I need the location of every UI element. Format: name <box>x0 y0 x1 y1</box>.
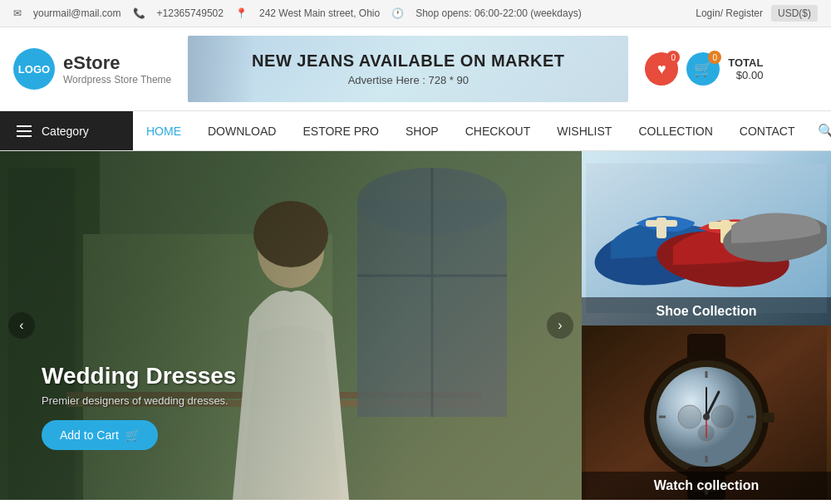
email-text: yourmail@mail.com <box>33 7 121 19</box>
svg-point-35 <box>703 413 710 420</box>
nav-shop[interactable]: SHOP <box>392 113 452 149</box>
nav-collection[interactable]: COLLECTION <box>625 113 725 149</box>
hours-text: Shop opens: 06:00-22:00 (weekdays) <box>416 7 581 19</box>
banner-figure <box>188 36 254 102</box>
slider: Wedding Dresses Premier designers of wed… <box>0 151 582 500</box>
store-subtitle: Wordpress Store Theme <box>63 74 171 86</box>
shoe-collection-panel[interactable]: Shoe Collection <box>582 151 831 325</box>
next-icon: › <box>558 318 562 333</box>
search-icon[interactable]: 🔍 <box>808 111 831 150</box>
svg-rect-15 <box>646 220 677 227</box>
phone-icon: 📞 <box>133 7 145 19</box>
phone-text: +12365749502 <box>157 7 224 19</box>
shoe-illustration <box>586 164 827 313</box>
email-icon: ✉ <box>13 7 22 19</box>
cart-badge: 0 <box>708 51 721 64</box>
total-area: TOTAL $0.00 <box>728 56 763 81</box>
banner[interactable]: NEW JEANS AVAILABLE ON MARKET Advertise … <box>188 36 628 102</box>
slide-content: Wedding Dresses Premier designers of wed… <box>42 363 236 450</box>
header-actions: ♥ 0 🛒 0 TOTAL $0.00 <box>645 52 763 86</box>
shoe-collection-label: Shoe Collection <box>582 297 831 325</box>
nav-download[interactable]: DOWNLOAD <box>194 113 289 149</box>
slide-title: Wedding Dresses <box>42 363 236 389</box>
top-bar: ✉ yourmail@mail.com 📞 +12365749502 📍 242… <box>0 0 831 27</box>
currency-selector[interactable]: USD($) <box>771 5 818 22</box>
nav-home[interactable]: HOME <box>133 113 194 149</box>
watch-collection-label: Watch collection <box>582 472 831 500</box>
slide-cta-label: Add to Cart <box>60 428 119 442</box>
add-to-cart-button[interactable]: Add to Cart 🛒 <box>42 420 158 450</box>
banner-sub-text: Advertise Here : 728 * 90 <box>348 74 469 86</box>
svg-rect-36 <box>763 413 774 423</box>
nav-util-icons: 🔍 👤 <box>808 111 831 150</box>
prev-icon: ‹ <box>19 318 23 333</box>
slide-description: Premier designers of wedding dresses. <box>42 394 236 407</box>
store-info: eStore Wordpress Store Theme <box>63 52 171 86</box>
address-text: 242 West Main street, Ohio <box>259 7 380 19</box>
store-name: eStore <box>63 52 171 74</box>
main-content: Wedding Dresses Premier designers of wed… <box>0 151 831 500</box>
svg-point-26 <box>711 405 735 428</box>
banner-main-text: NEW JEANS AVAILABLE ON MARKET <box>252 51 564 71</box>
watch-collection-panel[interactable]: Watch collection <box>582 325 831 500</box>
cart-button[interactable]: 🛒 0 <box>686 52 720 86</box>
clock-icon: 🕐 <box>391 7 404 19</box>
cart-icon-btn: 🛒 <box>125 428 140 442</box>
hamburger-icon <box>17 125 32 137</box>
slider-prev-button[interactable]: ‹ <box>8 312 35 339</box>
cart-icon: 🛒 <box>694 60 712 78</box>
top-bar-info: ✉ yourmail@mail.com 📞 +12365749502 📍 242… <box>13 7 582 19</box>
heart-icon: ♥ <box>657 61 666 78</box>
wishlist-button[interactable]: ♥ 0 <box>645 52 678 86</box>
side-panels: Shoe Collection <box>582 151 831 500</box>
wishlist-badge: 0 <box>666 51 680 64</box>
category-label: Category <box>42 125 89 138</box>
category-button[interactable]: Category <box>0 111 133 150</box>
total-label: TOTAL <box>728 56 763 69</box>
nav-links: HOME DOWNLOAD ESTORE PRO SHOP CHECKOUT W… <box>133 111 808 150</box>
logo[interactable]: LOGO <box>13 48 55 90</box>
top-bar-actions: Login/ Register USD($) <box>696 5 818 22</box>
logo-area: LOGO eStore Wordpress Store Theme <box>13 48 171 90</box>
total-amount: $0.00 <box>728 69 763 81</box>
slider-next-button[interactable]: › <box>547 312 573 339</box>
nav-wishlist[interactable]: WISHLIST <box>543 113 625 149</box>
nav-checkout[interactable]: CHECKOUT <box>452 113 544 149</box>
nav-bar: Category HOME DOWNLOAD ESTORE PRO SHOP C… <box>0 110 831 151</box>
location-icon: 📍 <box>235 7 248 19</box>
svg-point-25 <box>678 405 701 428</box>
header: LOGO eStore Wordpress Store Theme NEW JE… <box>0 27 831 110</box>
nav-contact[interactable]: CONTACT <box>726 113 809 149</box>
login-link[interactable]: Login/ Register <box>696 7 763 19</box>
nav-estore-pro[interactable]: ESTORE PRO <box>289 113 392 149</box>
